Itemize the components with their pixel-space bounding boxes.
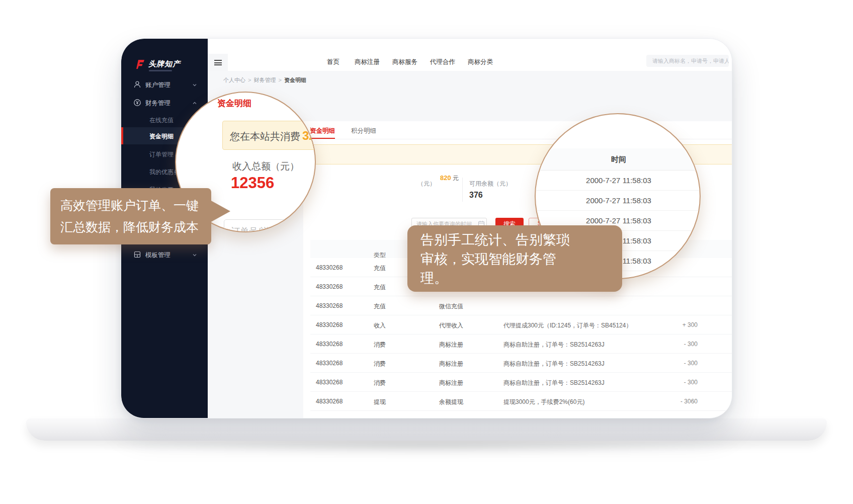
- breadcrumb-item[interactable]: 个人中心: [223, 77, 245, 83]
- table-row: 48330268收入代理收入代理提成300元（ID:1245，订单号：SB451…: [310, 315, 732, 334]
- active-indicator-bar: [121, 127, 123, 144]
- sidebar-item-label: 财务管理: [145, 99, 170, 108]
- finance-icon: [133, 99, 141, 107]
- user-icon: [133, 80, 141, 89]
- magnified-tab-fragment: 资金明细: [217, 98, 251, 109]
- tab-fund-details[interactable]: 资金明细: [310, 127, 335, 135]
- table-row: 48330268消费商标注册商标自助注册，订单号：SB2514263J- 300…: [310, 373, 732, 392]
- magnified-income-label: 收入总额（元）: [232, 160, 299, 173]
- nav-link-agency[interactable]: 代理合作: [430, 58, 455, 66]
- stat-divider: [462, 178, 463, 202]
- sidebar-item-finance[interactable]: 财务管理: [121, 94, 208, 111]
- chevron-up-icon: [192, 100, 198, 106]
- nav-link-trademark-category[interactable]: 商标分类: [468, 58, 493, 66]
- trademark-search-input[interactable]: [646, 55, 729, 67]
- tab-secondary[interactable]: 积分明细: [351, 127, 376, 135]
- stat-balance-label: 可用余额（元）: [469, 180, 511, 188]
- sidebar-item-account[interactable]: 账户管理: [121, 76, 208, 93]
- sidebar-item-label: 模板管理: [145, 251, 170, 260]
- laptop-base: [26, 418, 827, 441]
- magnified-income-value: 12356: [231, 174, 274, 192]
- brand-logo-icon: [134, 59, 145, 70]
- table-row: 48330268充值微信充值: [310, 296, 732, 315]
- table-row: 48330268提现余额提现提现3000元，手续费2%(60元)- 3060¥1…: [310, 392, 732, 411]
- callout-left: 高效管理账户订单、一键 汇总数据，降低财务成本: [50, 188, 211, 244]
- sidebar-item-label: 账户管理: [145, 81, 170, 90]
- tab-active-underline: [310, 138, 335, 139]
- magnified-time-row: 2000-7-27 11:58:03: [536, 171, 701, 191]
- magnified-banner-text: 您在本站共消费32124元: [230, 129, 316, 143]
- nav-link-trademark-service[interactable]: 商标服务: [392, 58, 417, 66]
- callout-right: 告别手工统计、告别繁琐 审核，实现智能财务管 理。: [407, 225, 622, 292]
- nav-link-home[interactable]: 首页: [327, 58, 339, 66]
- sidebar-item-template[interactable]: 模板管理: [121, 246, 208, 263]
- breadcrumb: 个人中心>财务管理>资金明细: [223, 76, 306, 84]
- chevron-down-icon: [192, 252, 198, 258]
- table-row: 48330268消费商标注册商标自助注册，订单号：SB2514263J- 300…: [310, 354, 732, 373]
- breadcrumb-item-current: 资金明细: [284, 77, 306, 83]
- nav-link-trademark-register[interactable]: 商标注册: [355, 58, 380, 66]
- chevron-down-icon: [192, 82, 198, 88]
- top-navbar: 首页 商标注册 商标服务 代理合作 商标分类: [208, 39, 732, 71]
- magnified-time-row: 2000-7-27 11:58:03: [536, 191, 701, 211]
- brand-tagline-bar: [149, 70, 172, 71]
- stat-expense-label-partial: （元）: [417, 180, 436, 188]
- template-icon: [133, 250, 141, 259]
- brand-name: 头牌知产: [148, 59, 181, 69]
- hamburger-icon: [214, 60, 222, 65]
- callout-left-arrow: [210, 200, 230, 222]
- stat-balance-value: 376: [469, 191, 483, 200]
- table-row: 48330268消费商标注册商标自助注册，订单号：SB2514263J- 300…: [310, 334, 732, 354]
- laptop-mockup: 头牌知产 账户管理 财务管理: [0, 0, 853, 504]
- logo: 头牌知产: [134, 59, 200, 74]
- sort-caret-icon: ∨: [376, 251, 379, 256]
- magnified-time-header: 时间: [536, 148, 701, 171]
- sidebar-toggle[interactable]: [208, 54, 228, 71]
- breadcrumb-item[interactable]: 财务管理: [253, 77, 276, 83]
- banner-visible-text: 820元: [440, 174, 459, 183]
